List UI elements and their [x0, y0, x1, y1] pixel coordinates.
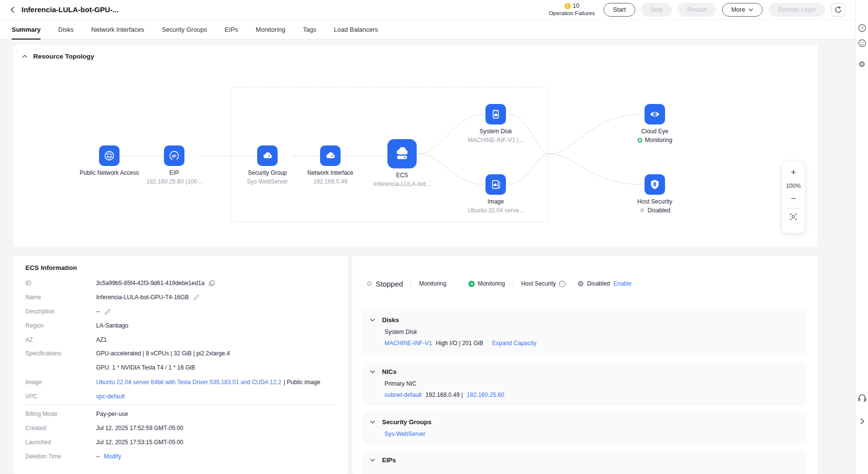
warning-icon [565, 3, 571, 9]
node-label: Image [459, 198, 532, 205]
edit-icon[interactable] [104, 308, 111, 315]
nic-row: subnet-default 192.168.0.49 | 182.160.25… [384, 391, 807, 399]
stopped-status-icon [367, 281, 372, 286]
tab-network-interfaces[interactable]: Network Interfaces [91, 20, 144, 40]
restart-button[interactable]: Restart [678, 3, 716, 17]
monitoring-value[interactable]: Monitoring [478, 280, 505, 287]
node-image[interactable]: Image Ubuntu 22.04 serve... [459, 174, 532, 214]
enable-link[interactable]: Enable [613, 280, 631, 287]
refresh-icon [834, 6, 842, 14]
help-circle-icon[interactable]: ? [559, 280, 566, 288]
operation-failures-label: Operation Failures [549, 10, 595, 17]
info-row-created: Created Jul 12, 2025 17:52:59 GMT-05:00 [25, 421, 336, 435]
disks-title: Disks [382, 316, 399, 324]
settings-gear-icon[interactable]: ⚙ [858, 61, 865, 68]
eips-section-header[interactable]: EIPs [363, 450, 807, 464]
fit-screen-button[interactable] [789, 213, 797, 221]
row-value: GPU-accelerated | 8 vCPUs | 32 GiB | pi2… [96, 347, 230, 361]
disk-specs: High I/O | 201 GiB [436, 339, 483, 348]
node-eip[interactable]: IP EIP 182.160.25.60 (100... [138, 145, 211, 185]
node-network-interface[interactable]: Network Interface 192.168.0.49 [294, 145, 367, 185]
security-groups-section-header[interactable]: Security Groups [363, 412, 807, 426]
row-value-gpu: GPU: 1 * NVIDIA Tesla T4 / 1 * 16 GiB [96, 361, 230, 375]
security-groups-title: Security Groups [382, 418, 431, 426]
zoom-out-button[interactable]: − [790, 194, 796, 203]
cloud-icon [320, 145, 341, 166]
tab-summary[interactable]: Summary [12, 20, 40, 40]
chevron-down-icon [370, 370, 375, 373]
disks-section-header[interactable]: Disks [363, 309, 807, 324]
header-actions: 10 Operation Failures Start Stop Restart… [549, 3, 846, 17]
divider [25, 405, 336, 405]
node-security-group[interactable]: Security Group Sys-WebServer [231, 145, 304, 185]
nic-eip-link[interactable]: 182.160.25.60 [467, 391, 505, 399]
zoom-in-button[interactable]: + [790, 167, 796, 177]
node-system-disk[interactable]: System Disk MACHINE-INF-V1 (... [459, 104, 532, 144]
node-sublabel: Monitoring [645, 137, 672, 144]
page-header: Inferencia-LULA-bot-GPU-... 10 Operation… [0, 0, 855, 20]
row-value: AZ1 [96, 336, 107, 343]
edit-icon[interactable] [193, 294, 200, 301]
node-sublabel: 182.160.25.60 (100... [138, 178, 211, 185]
tab-monitoring[interactable]: Monitoring [256, 20, 285, 40]
tab-eips[interactable]: EIPs [225, 20, 238, 40]
stop-button[interactable]: Stop [641, 3, 672, 17]
monitoring-active-icon [468, 281, 475, 287]
feedback-smiley-icon[interactable] [858, 39, 866, 47]
more-button[interactable]: More [722, 3, 763, 17]
node-host-security[interactable]: Host Security Disabled [618, 174, 691, 214]
expand-capacity-link[interactable]: Expand Capacity [492, 339, 537, 348]
nics-title: NICs [382, 368, 397, 376]
tab-disks[interactable]: Disks [58, 20, 74, 40]
tab-security-groups[interactable]: Security Groups [161, 20, 207, 40]
vpc-link[interactable]: vpc-default [96, 393, 125, 400]
host-security-label: Host Security [521, 280, 556, 287]
refresh-button[interactable] [831, 3, 846, 17]
expand-panel-chevron-right-icon[interactable] [860, 418, 864, 425]
node-cloud-eye[interactable]: Cloud Eye Monitoring [618, 104, 691, 144]
remote-login-button[interactable]: Remote Login [768, 3, 825, 17]
help-icon[interactable]: ? [858, 24, 866, 32]
row-value: Jul 12, 2025 17:53:15 GMT-05:00 [96, 439, 183, 446]
ip-icon: IP [164, 145, 184, 166]
tab-load-balancers[interactable]: Load Balancers [334, 20, 378, 40]
info-row-description: Description -- [25, 304, 336, 318]
topology-canvas[interactable]: www Public Network Access IP EIP 182.160… [14, 63, 818, 247]
modify-link[interactable]: Modify [104, 453, 121, 460]
node-ecs[interactable]: ECS Inferencia-LULA-bot... [365, 139, 439, 187]
row-label: Billing Mode [25, 411, 96, 417]
security-groups-section: Security Groups Sys-WebServer [363, 412, 807, 445]
cloud-icon [257, 145, 278, 166]
chevron-down-icon [748, 8, 753, 11]
divider [787, 208, 800, 208]
more-button-label: More [731, 6, 745, 13]
status-row: Stopped Monitoring Monitoring Host Secur… [367, 278, 631, 289]
copy-icon[interactable] [208, 280, 215, 287]
row-value: LA-Santiago [96, 322, 128, 329]
collapse-chevron-up-icon[interactable] [22, 55, 27, 58]
row-label: AZ [25, 336, 96, 343]
disabled-status-icon [578, 281, 584, 287]
ecs-information-title: ECS Information [25, 264, 348, 272]
svg-text:?: ? [861, 25, 863, 31]
chevron-down-icon [370, 458, 375, 462]
disk-name-link[interactable]: MACHINE-INF-V1 [384, 339, 432, 348]
info-row-image: Image Ubuntu 22.04 server 64bit with Tes… [25, 375, 336, 389]
monitoring-enabled-icon [637, 138, 643, 143]
security-group-link[interactable]: Sys-WebServer [384, 430, 425, 438]
back-button[interactable] [9, 6, 17, 14]
node-label: Cloud Eye [618, 128, 691, 135]
subnet-link[interactable]: subnet-default [384, 391, 422, 399]
image-link[interactable]: Ubuntu 22.04 server 64bit with Tesla Dri… [96, 379, 281, 386]
tab-tags[interactable]: Tags [303, 20, 316, 40]
node-label: Network Interface [294, 169, 367, 176]
nics-section-header[interactable]: NICs [363, 361, 807, 376]
security-group-row: Sys-WebServer [384, 430, 807, 438]
operation-failures[interactable]: 10 Operation Failures [549, 3, 595, 17]
node-public-network-access[interactable]: www Public Network Access [73, 145, 146, 176]
node-label: Host Security [618, 198, 691, 205]
shield-icon [645, 174, 665, 195]
support-headset-icon[interactable] [857, 393, 867, 402]
row-label: Deletion Time [25, 453, 96, 460]
start-button[interactable]: Start [604, 3, 635, 17]
